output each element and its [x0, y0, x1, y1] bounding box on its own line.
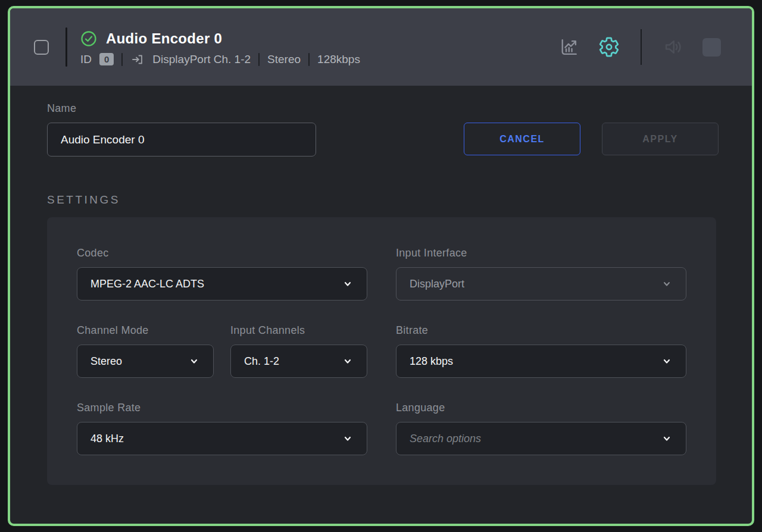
input-arrow-icon	[130, 52, 145, 67]
name-label: Name	[47, 102, 316, 115]
input-interface-select: DisplayPort	[396, 267, 686, 301]
channel-mode-field: Channel Mode Stereo	[77, 324, 214, 378]
header-divider	[65, 27, 67, 67]
stop-square[interactable]	[702, 38, 721, 57]
settings-card: Codec MPEG-2 AAC-LC ADTS Input Interface…	[47, 217, 716, 485]
input-interface-label: Input Interface	[396, 247, 686, 259]
bitrate-select[interactable]: 128 kbps	[396, 345, 686, 378]
input-channels-select[interactable]: Ch. 1-2	[230, 345, 367, 378]
header-actions-divider	[641, 29, 642, 65]
sample-rate-select[interactable]: 48 kHz	[77, 422, 367, 455]
codec-field: Codec MPEG-2 AAC-LC ADTS	[77, 247, 367, 301]
header-actions	[557, 29, 721, 65]
header-left: Audio Encoder 0 ID 0 DisplayPort Ch. 1-2	[34, 27, 360, 67]
settings-section-title: SETTINGS	[47, 193, 719, 206]
channel-row: Channel Mode Stereo Input Channels Ch. 1…	[77, 324, 367, 378]
bitrate-field: Bitrate 128 kbps	[396, 324, 686, 378]
input-channels-field: Input Channels Ch. 1-2	[230, 324, 367, 378]
encoder-title: Audio Encoder 0	[106, 30, 222, 47]
sample-rate-label: Sample Rate	[77, 402, 367, 414]
chevron-down-icon	[342, 278, 354, 290]
bitrate-label: Bitrate	[396, 324, 686, 337]
subtitle-separator	[308, 53, 310, 66]
chevron-down-icon	[661, 355, 673, 367]
name-input[interactable]	[47, 123, 316, 157]
subtitle-separator	[258, 53, 260, 66]
language-select[interactable]: Search options	[396, 422, 686, 455]
chevron-down-icon	[661, 278, 673, 290]
audio-encoder-panel: Audio Encoder 0 ID 0 DisplayPort Ch. 1-2	[8, 6, 754, 526]
language-placeholder: Search options	[410, 433, 481, 445]
status-check-circle-icon	[80, 30, 97, 47]
id-badge: 0	[99, 53, 114, 65]
chevron-down-icon	[342, 355, 354, 367]
form-buttons: CANCEL APPLY	[464, 123, 719, 155]
stats-chart-icon[interactable]	[557, 36, 580, 58]
language-label: Language	[396, 402, 686, 414]
input-channels-label: Input Channels	[230, 324, 367, 337]
encoder-subtitle: ID 0 DisplayPort Ch. 1-2 Stereo 12	[80, 52, 360, 67]
chevron-down-icon	[342, 433, 354, 445]
sample-rate-field: Sample Rate 48 kHz	[77, 402, 367, 455]
subtitle-separator	[121, 53, 123, 66]
channel-mode-text: Stereo	[267, 53, 301, 66]
name-group: Name	[47, 102, 316, 157]
encoder-header: Audio Encoder 0 ID 0 DisplayPort Ch. 1-2	[10, 8, 752, 86]
apply-button[interactable]: APPLY	[602, 123, 719, 155]
channel-mode-label: Channel Mode	[77, 324, 214, 337]
bitrate-text: 128kbps	[317, 53, 360, 66]
language-field: Language Search options	[396, 402, 686, 455]
encoder-select-checkbox[interactable]	[34, 40, 49, 55]
input-interface-field: Input Interface DisplayPort	[396, 247, 686, 301]
cancel-button[interactable]: CANCEL	[464, 123, 580, 155]
gear-icon[interactable]	[598, 36, 620, 58]
id-label: ID	[80, 53, 92, 66]
chevron-down-icon	[661, 433, 673, 445]
header-titles: Audio Encoder 0 ID 0 DisplayPort Ch. 1-2	[80, 28, 360, 67]
speaker-icon[interactable]	[662, 36, 685, 58]
codec-select[interactable]: MPEG-2 AAC-LC ADTS	[77, 267, 367, 301]
encoder-settings-body: Name CANCEL APPLY SETTINGS Codec MPEG-2 …	[10, 86, 752, 524]
chevron-down-icon	[188, 355, 200, 367]
codec-label: Codec	[77, 247, 367, 259]
channel-mode-select[interactable]: Stereo	[77, 345, 214, 378]
input-source-text: DisplayPort Ch. 1-2	[152, 53, 251, 66]
